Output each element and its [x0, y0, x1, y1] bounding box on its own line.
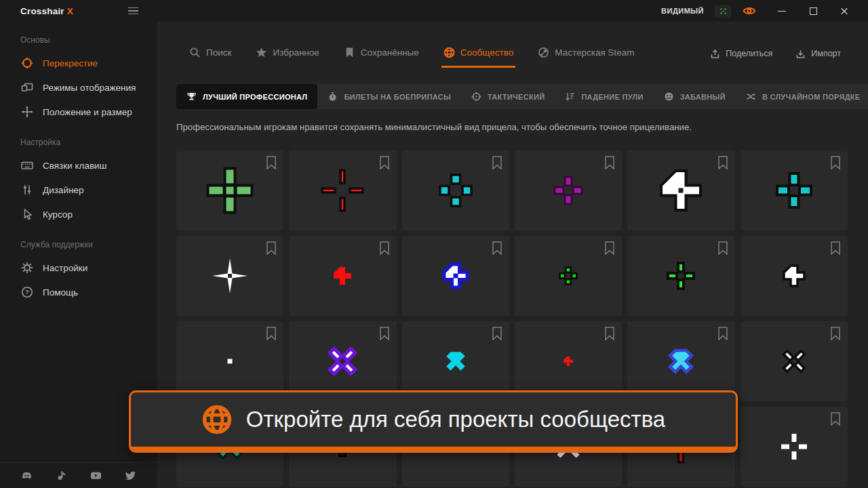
- bookmark-icon[interactable]: [492, 327, 502, 340]
- tiktok-icon[interactable]: [56, 470, 67, 481]
- crosshair-card[interactable]: [176, 150, 283, 230]
- share-button[interactable]: Поделиться: [710, 39, 772, 68]
- crosshair-card[interactable]: [176, 321, 283, 401]
- crosshair-card[interactable]: [402, 321, 509, 401]
- sidebar-item-label: Помощь: [43, 287, 78, 298]
- bookmark-icon[interactable]: [830, 241, 841, 255]
- crosshair-card[interactable]: [627, 150, 734, 230]
- menu-icon[interactable]: [128, 7, 138, 15]
- bookmark-icon[interactable]: [266, 241, 277, 255]
- crosshair-card[interactable]: [627, 236, 734, 316]
- search-icon: [189, 47, 201, 58]
- crosshair-preview: [416, 236, 496, 316]
- crosshair-card[interactable]: [515, 150, 622, 230]
- bookmark-icon[interactable]: [830, 156, 841, 169]
- crosshair-preview: [754, 150, 834, 230]
- bookmark-icon[interactable]: [830, 327, 841, 340]
- bookmark-icon[interactable]: [717, 241, 728, 255]
- sidebar-item-дизайнер[interactable]: Дизайнер: [0, 178, 157, 202]
- bookmark-icon[interactable]: [266, 156, 277, 169]
- banner-text: Откройте для себя проекты сообщества: [246, 407, 665, 432]
- bookmark-icon[interactable]: [492, 241, 502, 255]
- community-banner[interactable]: Откройте для себя проекты сообщества: [129, 390, 738, 453]
- filter-падение-пули[interactable]: ПАДЕНИЕ ПУЛИ: [555, 84, 653, 109]
- discord-icon[interactable]: [21, 470, 33, 481]
- tab-избранное[interactable]: Избранное: [254, 39, 321, 68]
- crosshair-card[interactable]: [289, 236, 396, 316]
- minimize-button[interactable]: [777, 6, 787, 16]
- sidebar-item-перекрестие[interactable]: Перекрестие: [0, 51, 157, 75]
- share-icon: [710, 49, 720, 59]
- filter-в-случайном-порядке[interactable]: В СЛУЧАЙНОМ ПОРЯДКЕ: [736, 84, 868, 109]
- crosshair-card[interactable]: [741, 150, 848, 230]
- sidebar-item-положение-и-размер[interactable]: Положение и размер: [0, 100, 157, 124]
- sidebar-item-связки-клавиш[interactable]: Связки клавиш: [0, 153, 157, 178]
- crosshair-card[interactable]: [741, 321, 848, 401]
- bookmark-icon[interactable]: [492, 156, 502, 169]
- crosshair-preview: [302, 150, 382, 230]
- globe-icon: [201, 404, 233, 435]
- bookmark-icon[interactable]: [266, 327, 277, 340]
- filter-label: ПАДЕНИЕ ПУЛИ: [581, 93, 643, 101]
- crosshair-preview-icon[interactable]: [715, 5, 731, 18]
- crosshair-card[interactable]: [741, 236, 848, 316]
- crosshair-card[interactable]: [627, 321, 734, 401]
- bookmark-icon[interactable]: [717, 156, 728, 169]
- sidebar-item-label: Связки клавиш: [43, 161, 106, 171]
- bookmark-icon[interactable]: [379, 327, 390, 340]
- move-icon: [20, 106, 34, 118]
- app-name-accent: X: [67, 6, 73, 16]
- crosshair-preview: [528, 321, 608, 401]
- maximize-button[interactable]: [808, 6, 818, 16]
- sidebar-item-label: Режимы отображения: [43, 83, 136, 93]
- sidebar-item-label: Настройки: [43, 263, 87, 273]
- crosshair-card[interactable]: [402, 150, 509, 230]
- youtube-icon[interactable]: [90, 470, 102, 481]
- bookmark-icon[interactable]: [379, 241, 390, 255]
- sidebar-section-label: Служба поддержки: [0, 226, 157, 256]
- bookmark-icon[interactable]: [717, 327, 728, 340]
- sidebar-section-label: Основы: [0, 22, 157, 51]
- crosshair-preview: [302, 236, 382, 316]
- crosshair-card[interactable]: [289, 321, 396, 401]
- svg-text:?: ?: [25, 288, 29, 296]
- titlebar-right: ВИДИМЫЙ: [661, 3, 868, 18]
- globe-icon: [443, 47, 455, 58]
- tab-label: Поиск: [206, 47, 231, 58]
- import-button[interactable]: Импорт: [795, 39, 841, 68]
- star-icon: [256, 47, 267, 58]
- tab-мастерская-steam[interactable]: Мастерская Steam: [536, 39, 636, 68]
- tabbar: ПоискИзбранноеСохранённыеСообществоМасте…: [157, 39, 868, 68]
- stopwatch-icon: [328, 92, 338, 102]
- crosshair-card[interactable]: [515, 236, 622, 316]
- filter-забавный[interactable]: ЗАБАВНЫЙ: [654, 84, 736, 109]
- crosshair-card[interactable]: [289, 150, 396, 230]
- bookmark-icon[interactable]: [604, 327, 615, 340]
- crosshair-card[interactable]: [402, 236, 509, 316]
- bookmark-icon[interactable]: [604, 156, 615, 169]
- crosshair-card[interactable]: [515, 321, 622, 401]
- filter-label: ЗАБАВНЫЙ: [680, 93, 726, 101]
- eye-icon[interactable]: [742, 3, 757, 18]
- sidebar-item-режимы-отображения[interactable]: Режимы отображения: [0, 75, 157, 100]
- crosshair-scope-icon: [20, 57, 34, 69]
- bookmark-icon[interactable]: [379, 156, 390, 169]
- filter-лучший-профессионал[interactable]: ЛУЧШИЙ ПРОФЕССИОНАЛ: [176, 84, 317, 109]
- tab-label: Избранное: [273, 47, 319, 58]
- sidebar-item-настройки[interactable]: Настройки: [0, 256, 157, 280]
- bookmark-icon[interactable]: [830, 412, 841, 426]
- twitter-icon[interactable]: [125, 470, 136, 481]
- sidebar-item-курсор[interactable]: Курсор: [0, 202, 157, 226]
- sidebar-item-помощь[interactable]: ?Помощь: [0, 280, 157, 304]
- crosshair-card[interactable]: [741, 407, 848, 487]
- close-button[interactable]: [840, 6, 849, 16]
- tab-сохранённые[interactable]: Сохранённые: [342, 39, 421, 68]
- filter-билеты-на-боеприпасы[interactable]: БИЛЕТЫ НА БОЕПРИПАСЫ: [317, 84, 461, 109]
- tab-сообщество[interactable]: Сообщество: [441, 39, 515, 68]
- bookmark-icon[interactable]: [604, 241, 615, 255]
- app-title: CrosshairX: [20, 6, 73, 16]
- crosshair-card[interactable]: [176, 236, 283, 316]
- tab-поиск[interactable]: Поиск: [187, 39, 233, 68]
- filter-тактический[interactable]: ТАКТИЧЕСКИЙ: [461, 84, 555, 109]
- keyboard-icon: [20, 159, 34, 171]
